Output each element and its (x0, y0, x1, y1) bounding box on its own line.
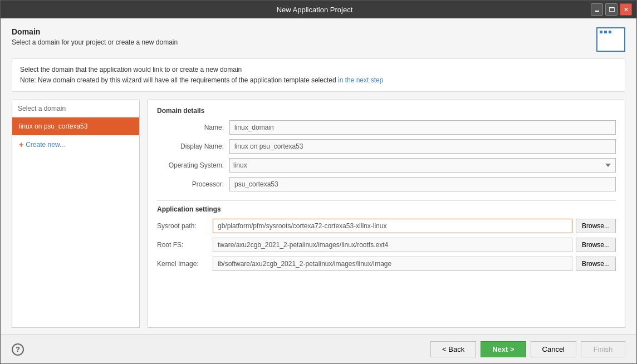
titlebar: New Application Project 🗕 🗖 ✕ (1, 1, 636, 18)
kernel-label: Kernel Image: (157, 260, 213, 268)
app-settings-title: Application settings (157, 200, 616, 213)
main-area: Select a domain linux on psu_cortexa53 +… (12, 100, 625, 328)
minimize-button[interactable]: 🗕 (591, 3, 603, 16)
domain-details-title: Domain details (157, 107, 616, 115)
next-button[interactable]: Next > (481, 341, 526, 357)
domain-list-header: Select a domain (12, 100, 139, 117)
header-section: Domain Select a domain for your project … (12, 27, 625, 52)
footer: ? < Back Next > Cancel Finish (1, 335, 636, 363)
domain-heading: Domain (12, 27, 178, 36)
dot3 (609, 31, 611, 33)
icon-dots (600, 31, 611, 33)
cancel-button[interactable]: Cancel (531, 341, 576, 357)
finish-button[interactable]: Finish (581, 341, 625, 357)
sysroot-label: Sysroot path: (157, 222, 213, 230)
create-new-label: Create new... (26, 141, 65, 149)
dot1 (600, 31, 602, 33)
description-line2-prefix: Note: New domain created by this wizard … (20, 76, 338, 84)
plus-icon: + (19, 140, 23, 149)
rootfs-browse-button[interactable]: Browse... (576, 238, 616, 252)
description-section: Select the domain that the application w… (12, 58, 625, 92)
header-text: Domain Select a domain for your project … (12, 27, 178, 46)
kernel-input[interactable] (213, 257, 572, 271)
domain-item-linux[interactable]: linux on psu_cortexa53 (12, 117, 139, 135)
dialog-content: Domain Select a domain for your project … (1, 18, 636, 335)
rootfs-row: Root FS: Browse... (157, 238, 616, 252)
kernel-row: Kernel Image: Browse... (157, 257, 616, 271)
os-row: Operating System: linux (157, 158, 616, 173)
sysroot-row: Sysroot path: Browse... (157, 219, 616, 233)
left-panel: Select a domain linux on psu_cortexa53 +… (12, 100, 140, 328)
sysroot-input[interactable] (213, 219, 572, 233)
name-label: Name: (157, 124, 229, 131)
close-button[interactable]: ✕ (620, 3, 632, 16)
footer-buttons: < Back Next > Cancel Finish (430, 341, 625, 357)
footer-left: ? (12, 343, 24, 356)
name-input[interactable] (229, 120, 616, 135)
display-name-label: Display Name: (157, 142, 229, 150)
app-settings-section: Application settings Sysroot path: Brows… (157, 200, 616, 276)
create-new-item[interactable]: + Create new... (12, 135, 139, 154)
processor-label: Processor: (157, 180, 229, 188)
processor-row: Processor: (157, 177, 616, 191)
kernel-browse-button[interactable]: Browse... (576, 257, 616, 271)
window-controls: 🗕 🗖 ✕ (591, 3, 632, 16)
dot2 (604, 31, 607, 33)
description-line1: Select the domain that the application w… (20, 65, 617, 75)
main-window: New Application Project 🗕 🗖 ✕ Domain Sel… (0, 0, 637, 364)
description-line2: Note: New domain created by this wizard … (20, 75, 617, 86)
window-title: New Application Project (38, 6, 591, 14)
domain-subtitle: Select a domain for your project or crea… (12, 38, 178, 46)
rootfs-input[interactable] (213, 238, 572, 252)
os-label: Operating System: (157, 161, 229, 169)
os-select[interactable]: linux (229, 158, 616, 173)
maximize-button[interactable]: 🗖 (605, 3, 618, 16)
display-name-input[interactable] (229, 139, 616, 154)
right-panel: Domain details Name: Display Name: Opera… (148, 100, 625, 328)
description-line2-highlight: in the next step (338, 76, 383, 84)
processor-input[interactable] (229, 177, 616, 191)
rootfs-label: Root FS: (157, 241, 213, 249)
domain-icon (596, 27, 625, 52)
sysroot-browse-button[interactable]: Browse... (576, 219, 616, 233)
display-name-row: Display Name: (157, 139, 616, 154)
name-row: Name: (157, 120, 616, 135)
back-button[interactable]: < Back (430, 341, 476, 357)
help-button[interactable]: ? (12, 343, 24, 356)
